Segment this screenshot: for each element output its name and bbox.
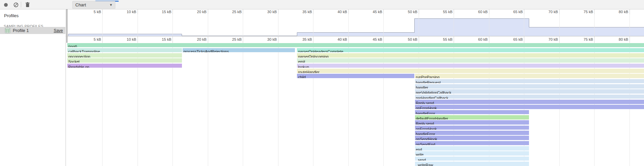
ruler-tick	[208, 36, 208, 43]
ruler-tick	[102, 9, 103, 14]
flame-bar-onerrorhook[interactable]: onErrorHook	[415, 126, 529, 130]
ruler-tick-label: 15 kB	[146, 9, 172, 14]
gridline	[383, 9, 384, 166]
ruler-tick	[559, 36, 560, 43]
record-button[interactable]	[2, 1, 9, 8]
flame-bar-end[interactable]: end	[415, 146, 529, 151]
flame-bar-lookup[interactable]: lookup	[297, 64, 644, 68]
flame-bar-label: handleRequest	[415, 80, 441, 84]
ruler-tick	[524, 36, 524, 43]
ruler-tick-label: 55 kB	[427, 9, 453, 14]
flame-bar-label: preHandlerCallback	[415, 96, 449, 99]
gridline	[208, 9, 208, 166]
ruler-tick-label: 60 kB	[462, 37, 488, 42]
memory-profiler-panel: Chart ▼ Profiles SAMPLING PROFILES Profi…	[0, 0, 644, 166]
record-icon	[4, 3, 8, 7]
flame-bar-label: Socket	[67, 60, 80, 63]
flame-bar-parseronincoming[interactable]: parserOnIncoming	[297, 53, 644, 58]
ruler-tick-label: 45 kB	[357, 37, 382, 42]
ruler-tick-label: 30 kB	[251, 9, 277, 14]
view-mode-select[interactable]: Chart ▼	[72, 1, 115, 9]
ruler-tick	[524, 9, 524, 14]
ruler-tick	[630, 9, 630, 14]
flame-bar-processticksandrejections[interactable]: processTicksAndRejections	[183, 48, 295, 53]
gridline	[348, 9, 349, 166]
gridline	[278, 9, 278, 166]
flame-bar-label: (root)	[67, 44, 77, 47]
flame-bar-handleerror[interactable]: handleError	[415, 110, 529, 114]
gridline	[173, 9, 173, 166]
delete-profile-button[interactable]	[24, 1, 31, 8]
flame-bar-label: defaultErrorHandler	[415, 117, 448, 120]
ruler-tick-label: 20 kB	[181, 37, 206, 42]
ruler-tick-label: 5 kB	[76, 9, 101, 14]
flame-bar-send[interactable]: _send	[415, 157, 529, 161]
flame-bar-label: parserOnHeadersComplete	[297, 49, 343, 53]
flame-bar-prevalidationcallback[interactable]: preValidationCallback	[415, 89, 644, 94]
flame-bar-reply-send[interactable]: Reply.send	[415, 120, 529, 125]
flame-bar-writeraw[interactable]: _writeRaw	[415, 162, 529, 166]
ruler-tick-label: 65 kB	[497, 9, 523, 14]
ruler-tick-label: 75 kB	[568, 9, 593, 14]
gridline	[138, 9, 138, 166]
flame-bar-label: end	[415, 147, 422, 151]
clear-button[interactable]	[12, 1, 20, 8]
flame-bar-parseronheaderscomplete[interactable]: parserOnHeadersComplete	[297, 48, 644, 53]
flame-bar-handlerequest[interactable]: handleRequest	[415, 79, 644, 84]
flame-bar-child[interactable]: child	[297, 74, 414, 78]
flame-bar-label: onSendHook	[415, 137, 438, 140]
ruler-tick	[138, 9, 138, 14]
flame-bar-root[interactable]: (root)	[67, 43, 644, 47]
flame-bar-label: parserOnIncoming	[297, 55, 329, 58]
ruler-tick	[102, 36, 103, 43]
ruler-tick	[243, 9, 243, 14]
flame-bar-prehandlercallback[interactable]: preHandlerCallback	[415, 95, 644, 99]
sidebar: Profiles SAMPLING PROFILES Profile 1 Sav…	[0, 9, 66, 166]
flame-bar-label: callbackTrampoline	[67, 49, 100, 53]
save-profile-link[interactable]: Save	[54, 28, 63, 33]
flame-bar-onconnection[interactable]: onconnection	[67, 53, 182, 58]
ruler-tick	[383, 9, 384, 14]
sidebar-item-profile-1[interactable]: Profile 1 Save	[0, 27, 66, 34]
flame-bar-onsendhook[interactable]: onSendHook	[415, 136, 529, 140]
flame-bar-write[interactable]: write_	[415, 151, 529, 156]
flame-bar-label: Readable.on	[67, 65, 89, 68]
ruler-tick-label: 30 kB	[251, 37, 277, 42]
flame-bar-onsendend[interactable]: onSendEnd	[415, 141, 529, 145]
ruler-tick	[630, 36, 630, 43]
profile-name: Profile 1	[13, 28, 54, 33]
flame-bar-label: handleError	[415, 132, 435, 135]
flame-bar-label: onErrorHook	[415, 127, 437, 130]
profile-grid-icon	[5, 28, 10, 33]
flame-bar-onerrorhook[interactable]: onErrorHook	[415, 105, 644, 109]
chart-left-axis	[67, 9, 67, 43]
flame-bar-readable-on[interactable]: Readable.on	[67, 64, 182, 68]
ruler-divider	[66, 36, 644, 36]
flame-bar-defaulterrorhandler[interactable]: defaultErrorHandler	[415, 115, 529, 120]
gridline	[243, 9, 243, 166]
flame-bar-label: write_	[415, 153, 426, 156]
flame-bar-emit[interactable]: emit	[297, 58, 644, 63]
flame-bar-handler[interactable]: handler	[415, 84, 644, 89]
view-mode-value: Chart	[73, 2, 109, 7]
flame-bar-callbacktrampoline[interactable]: callbackTrampoline	[67, 48, 182, 53]
trash-icon	[25, 2, 30, 7]
ruler-tick	[594, 36, 595, 43]
flame-bar-runpreparsing[interactable]: runPreParsing	[415, 74, 644, 78]
flame-bar-reply-send[interactable]: Reply.send	[415, 100, 644, 104]
ruler-tick-label: 25 kB	[216, 37, 242, 42]
ruler-tick	[138, 36, 138, 43]
ruler-tick-label: 65 kB	[497, 37, 523, 42]
ruler-tick-label: 80 kB	[603, 9, 628, 14]
flame-bar-handleerror[interactable]: handleError	[415, 131, 529, 135]
ruler-tick	[594, 9, 595, 14]
flame-bar-routehandler[interactable]: routeHandler	[297, 69, 644, 73]
flame-bar-socket[interactable]: Socket	[67, 58, 182, 63]
ruler-tick	[243, 36, 243, 43]
flame-bar-label: onErrorHook	[415, 106, 437, 109]
ruler-tick	[419, 9, 419, 14]
ruler-tick-label: 50 kB	[392, 9, 417, 14]
ruler-tick	[278, 36, 278, 43]
ruler-tick	[489, 36, 489, 43]
ruler-tick	[173, 9, 173, 14]
